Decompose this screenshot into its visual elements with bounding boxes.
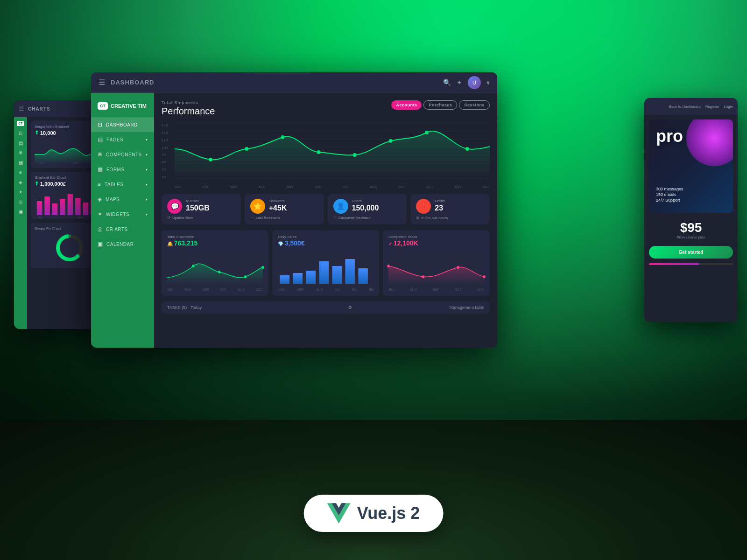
charts-menu-icon[interactable]: ☰ xyxy=(19,105,24,112)
sidebar-item-tables[interactable]: ≡ TABLES ▾ xyxy=(91,177,154,192)
pro-price: $95 xyxy=(649,220,733,235)
pro-plan: Professional plan xyxy=(649,235,733,239)
sidebar-forms-label: FORMS xyxy=(106,167,125,172)
pro-progress-fill xyxy=(649,263,699,265)
sales-value-text: 3,500€ xyxy=(285,239,305,247)
svg-rect-59 xyxy=(345,259,355,284)
mini-chart-sales-label: Daily Sales xyxy=(278,235,374,239)
mini-chart-sales-area xyxy=(278,250,374,287)
sidebar-item-pages[interactable]: ▤ PAGES ▾ xyxy=(91,132,154,147)
stat-value-4: 23 xyxy=(435,204,484,212)
dashboard-title: DASHBOARD xyxy=(111,79,437,86)
mini-chart-sales: Daily Sales 💎 3,500€ xyxy=(272,230,379,296)
tab-accounts[interactable]: Accounts xyxy=(391,100,422,110)
management-table-label: Management table xyxy=(449,305,484,310)
shipments-value-text: 763,215 xyxy=(174,239,198,247)
stat-label-3: Users xyxy=(352,199,402,203)
stat-label-1: Number xyxy=(186,199,235,203)
sidebar-item-maps[interactable]: ◈ MAPS ▾ xyxy=(91,192,154,207)
tab-purchases[interactable]: Purchases xyxy=(423,100,457,110)
stat-card-3-top: 👤 Users 150,000 xyxy=(333,199,402,214)
svg-point-35 xyxy=(317,150,321,154)
svg-rect-57 xyxy=(319,261,329,284)
charts-sidebar-icon-9[interactable]: ▣ xyxy=(19,209,23,214)
svg-point-67 xyxy=(422,275,425,278)
tasks-settings-icon[interactable]: ⚙ xyxy=(348,305,352,310)
stat-label-4: Errors xyxy=(435,199,484,203)
svg-rect-55 xyxy=(293,273,303,284)
mini-chart-sales-value: 💎 3,500€ xyxy=(278,239,374,247)
sidebar-calendar-label: CALENDAR xyxy=(106,242,134,247)
sidebar-dashboard-icon: ⊡ xyxy=(98,121,102,128)
menu-icon[interactable]: ☰ xyxy=(99,78,105,87)
charts-sidebar-icon-2[interactable]: ▤ xyxy=(19,140,23,146)
pro-label: pro xyxy=(656,126,683,146)
charts-sidebar-icon-1[interactable]: ⊡ xyxy=(19,131,22,136)
charts-sidebar-icon-5[interactable]: ≡ xyxy=(19,170,22,175)
stat-footer-text-2: Last Research xyxy=(256,216,280,220)
main-dashboard-window: ☰ DASHBOARD 🔍 ✦ U ▾ CT CREATIVE TIM ⊡ DA… xyxy=(91,72,497,348)
charts-title: CHARTS xyxy=(28,106,50,112)
charts-sidebar-icon-4[interactable]: ▦ xyxy=(19,160,23,165)
pro-cta-button[interactable]: Get started xyxy=(649,246,733,259)
sidebar-pages-arrow: ▾ xyxy=(146,138,148,142)
performance-chart: 13012011010090807060 xyxy=(162,123,490,189)
chart-2-number: 1,000,000£ xyxy=(40,181,66,187)
stat-card-4-top: ❗ Errors 23 xyxy=(416,199,484,214)
svg-point-23 xyxy=(62,240,77,255)
sparkle-icon[interactable]: ✦ xyxy=(457,79,462,86)
sidebar-components-label: COMPONENTS xyxy=(106,152,142,157)
sidebar-item-components[interactable]: ❋ COMPONENTS ▾ xyxy=(91,147,154,162)
stat-icon-1: 💬 xyxy=(167,199,182,214)
performance-title-area: Total Shipments Performance xyxy=(162,100,215,121)
stat-values-3: Users 150,000 xyxy=(352,199,402,212)
charts-sidebar-icon-8[interactable]: ◎ xyxy=(19,199,23,204)
search-icon[interactable]: 🔍 xyxy=(443,79,451,86)
performance-title: Performance xyxy=(162,106,215,117)
user-avatar[interactable]: U xyxy=(468,76,481,89)
svg-rect-10 xyxy=(37,201,42,215)
register-link[interactable]: Register xyxy=(705,105,719,109)
sidebar-item-crarts[interactable]: ◎ CR ARTS xyxy=(91,222,154,237)
charts-sidebar-icon-3[interactable]: ❋ xyxy=(19,150,22,155)
charts-sidebar-icon-7[interactable]: ✦ xyxy=(19,189,22,195)
tab-sessions[interactable]: Sessions xyxy=(459,100,490,110)
back-to-dashboard-link[interactable]: Back to Dashboard xyxy=(669,105,701,109)
sidebar-components-arrow: ▾ xyxy=(146,153,148,157)
mini-chart-tasks-value: ✓ 12,100K xyxy=(388,239,484,247)
sidebar-tables-arrow: ▾ xyxy=(146,182,148,187)
charts-brand-badge: CT xyxy=(17,121,24,126)
sidebar-item-widgets[interactable]: ✦ WIDGETS ▾ xyxy=(91,207,154,222)
mini-chart-shipments-area xyxy=(167,250,263,287)
stat-card-2-top: ⭐ Followers +45K xyxy=(250,199,318,214)
pro-feature-messages: 300 messages xyxy=(656,187,684,191)
sidebar-forms-icon: ▦ xyxy=(98,166,103,173)
performance-tabs: Accounts Purchases Sessions xyxy=(391,100,490,110)
perf-chart-x-labels: JANFEBMARAPRMAYJUNJULAUGSEPOCTNOVDEC xyxy=(175,185,490,189)
svg-point-45 xyxy=(192,265,195,267)
svg-rect-54 xyxy=(280,275,290,284)
vue-logo xyxy=(327,503,351,524)
sidebar-item-forms[interactable]: ▦ FORMS ▾ xyxy=(91,162,154,177)
svg-rect-15 xyxy=(75,198,81,215)
stat-footer-3: ♡ Customer feedback xyxy=(333,216,402,220)
tasks-value-text: 12,100K xyxy=(394,239,418,247)
charts-sidebar-icon-6[interactable]: ◈ xyxy=(19,180,22,185)
dropdown-icon[interactable]: ▾ xyxy=(486,79,490,86)
svg-point-66 xyxy=(387,265,390,267)
sidebar-pages-icon: ▤ xyxy=(98,136,103,143)
mini-chart-tasks-label: Completed Tasks xyxy=(388,235,484,239)
stat-values-1: Number 150GB xyxy=(186,199,235,212)
sidebar-item-calendar[interactable]: ▣ CALENDAR xyxy=(91,237,154,252)
svg-point-68 xyxy=(457,266,459,269)
svg-text:AUG: AUG xyxy=(73,162,79,165)
chart-1-number: 10,000 xyxy=(40,130,56,136)
svg-point-37 xyxy=(389,139,393,143)
stat-icon-2: ⭐ xyxy=(250,199,265,214)
stat-value-2: +45K xyxy=(269,204,318,212)
svg-rect-13 xyxy=(60,199,65,215)
perf-chart-area xyxy=(175,123,490,179)
stat-cards-row: 💬 Number 150GB ↺ Update Now ⭐ xyxy=(162,194,490,224)
login-link[interactable]: Login xyxy=(724,105,733,109)
sidebar-item-dashboard[interactable]: ⊡ DASHBOARD xyxy=(91,117,154,132)
